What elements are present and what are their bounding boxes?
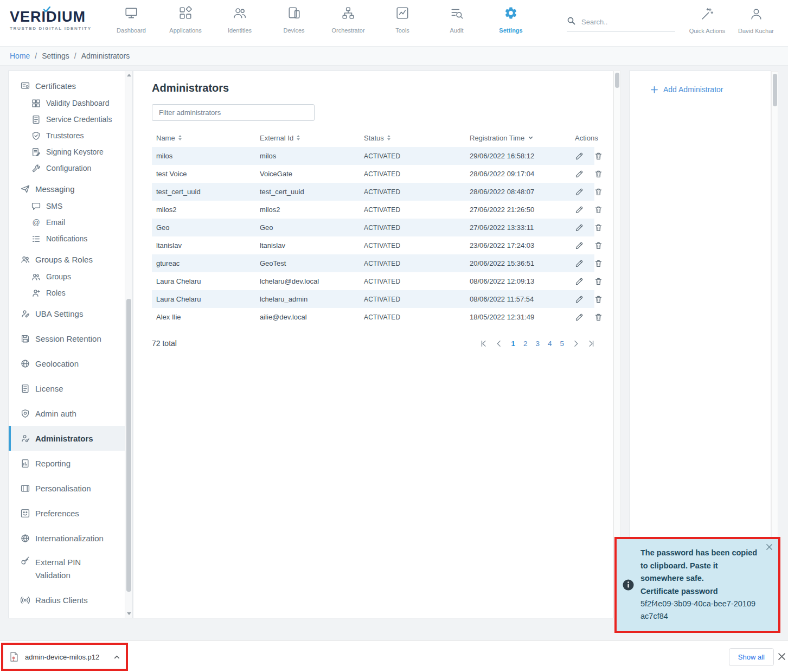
delete-button[interactable]	[594, 241, 603, 250]
search-input[interactable]	[580, 17, 669, 27]
sidebar-item-certificates[interactable]: Certificates	[9, 76, 132, 95]
sidebar-item-roles[interactable]: Roles	[9, 285, 132, 301]
delete-button[interactable]	[594, 151, 603, 161]
scrollbar-thumb[interactable]	[615, 73, 619, 88]
sidebar-item-geolocation[interactable]: Geolocation	[9, 351, 132, 376]
sidebar-item-notifications[interactable]: Notifications	[9, 231, 132, 247]
nav-item-tools[interactable]: Tools	[375, 6, 430, 34]
sidebar-item-personalisation[interactable]: Personalisation	[9, 476, 132, 501]
orchestrator-icon	[341, 6, 355, 22]
nav-item-dashboard[interactable]: Dashboard	[104, 6, 158, 34]
edit-button[interactable]	[575, 277, 584, 286]
nav-item-orchestrator[interactable]: Orchestrator	[321, 6, 375, 34]
sidebar-item-internationalization[interactable]: Internationalization	[9, 526, 132, 551]
sidebar-item-signing-keystore[interactable]: Signing Keystore	[9, 144, 132, 160]
sidebar-item-configuration[interactable]: Configuration	[9, 160, 132, 176]
status-badge: ACTIVATED	[360, 219, 465, 236]
sidebar-item-uba-settings[interactable]: UBA Settings	[9, 301, 132, 326]
edit-button[interactable]	[575, 259, 584, 268]
delete-button[interactable]	[594, 205, 603, 214]
shelf-close-button[interactable]	[778, 653, 785, 662]
sidebar-item-reporting[interactable]: Reporting	[9, 451, 132, 476]
scrollbar-down-arrow[interactable]	[127, 612, 131, 615]
nav-item-audit[interactable]: Audit	[430, 6, 484, 34]
table-row: milos2 milos2 ACTIVATED 27/06/2022 21:26…	[152, 201, 594, 219]
sidebar-item-license[interactable]: License	[9, 376, 132, 401]
sidebar-scrollbar[interactable]	[125, 71, 132, 618]
sidebar-item-validity-dashboard[interactable]: Validity Dashboard	[9, 95, 132, 111]
column-header-status[interactable]: Status	[364, 134, 390, 142]
sidebar-item-sms[interactable]: SMS	[9, 198, 132, 214]
page-number[interactable]: 2	[523, 340, 528, 348]
edit-button[interactable]	[575, 205, 584, 214]
sidebar-item-groups[interactable]: Groups	[9, 268, 132, 285]
edit-button[interactable]	[575, 151, 584, 161]
nav-item-devices[interactable]: Devices	[267, 6, 321, 34]
quick-actions-button[interactable]: Quick Actions	[688, 7, 727, 34]
edit-button[interactable]	[575, 169, 584, 178]
veridium-logo[interactable]: VERIDIUM TRUSTED DIGITAL IDENTITY	[10, 10, 92, 31]
download-options-caret[interactable]	[113, 654, 120, 661]
edit-button[interactable]	[575, 187, 584, 196]
sidebar-item-radius-clients[interactable]: Radius Clients	[9, 587, 132, 612]
page-number[interactable]: 1	[511, 340, 515, 348]
delete-button[interactable]	[594, 277, 603, 286]
toast-close-button[interactable]	[765, 542, 773, 553]
sidebar-item-groups-roles[interactable]: Groups & Roles	[9, 250, 132, 268]
downloaded-file-chip[interactable]: admin-device-milos.p12	[1, 643, 128, 671]
page-number[interactable]: 5	[560, 340, 564, 348]
scrollbar-thumb[interactable]	[126, 299, 131, 592]
delete-button[interactable]	[594, 259, 603, 268]
show-all-downloads-button[interactable]: Show all	[729, 648, 774, 666]
sidebar-item-preferences[interactable]: Preferences	[9, 501, 132, 526]
column-header-registration-time[interactable]: Registration Time	[470, 134, 534, 142]
app-window: VERIDIUM TRUSTED DIGITAL IDENTITY Dashbo…	[0, 0, 788, 672]
cell-external-id: milos2	[255, 201, 360, 219]
close-icon	[766, 544, 772, 550]
user-menu[interactable]: David Kuchar	[735, 7, 777, 34]
next-page-button[interactable]	[572, 340, 579, 347]
delete-button[interactable]	[594, 223, 603, 232]
external-pin-key-icon	[21, 556, 30, 565]
primary-nav: Dashboard Applications Identities Device…	[104, 6, 538, 34]
scrollbar-thumb[interactable]	[773, 74, 777, 106]
column-header-external-id[interactable]: External Id	[260, 134, 300, 142]
sidebar-item-truststores[interactable]: Truststores	[9, 127, 132, 144]
edit-button[interactable]	[575, 241, 584, 250]
sidebar-item-external-pin-validation[interactable]: External PIN Validation	[9, 551, 132, 587]
first-page-button[interactable]	[481, 340, 488, 347]
filter-administrators-input[interactable]	[152, 104, 315, 121]
user-icon	[749, 7, 763, 23]
sidebar-item-service-credentials[interactable]: Service Credentials	[9, 111, 132, 127]
table-row: Laura Chelaru lchelaru@dev.local ACTIVAT…	[152, 272, 594, 290]
nav-item-applications[interactable]: Applications	[158, 6, 213, 34]
table-row: Laura Chelaru lchelaru_admin ACTIVATED 0…	[152, 290, 594, 308]
sidebar-item-admin-auth[interactable]: Admin auth	[9, 401, 132, 426]
sidebar-item-session-retention[interactable]: Session Retention	[9, 326, 132, 351]
nav-item-settings[interactable]: Settings	[484, 6, 538, 34]
edit-button[interactable]	[575, 295, 584, 304]
delete-button[interactable]	[594, 312, 603, 322]
cell-name: gtureac	[152, 254, 255, 272]
delete-button[interactable]	[594, 187, 603, 196]
breadcrumb-home[interactable]: Home	[10, 52, 30, 60]
previous-page-button[interactable]	[496, 340, 503, 347]
nav-item-identities[interactable]: Identities	[213, 6, 267, 34]
page-number[interactable]: 3	[535, 340, 540, 348]
pencil-icon	[575, 151, 584, 161]
sidebar-item-email[interactable]: @ Email	[9, 214, 132, 231]
edit-button[interactable]	[575, 312, 584, 322]
content-scrollbar[interactable]	[613, 71, 620, 618]
page-number[interactable]: 4	[548, 340, 552, 348]
sidebar-item-administrators[interactable]: Administrators	[9, 426, 132, 451]
edit-button[interactable]	[575, 223, 584, 232]
sidebar-item-messaging[interactable]: Messaging	[9, 180, 132, 198]
delete-button[interactable]	[594, 169, 603, 178]
add-administrator-button[interactable]: Add Administrator	[650, 85, 771, 94]
last-page-button[interactable]	[587, 340, 594, 347]
scrollbar-up-arrow[interactable]	[127, 74, 131, 76]
column-header-name[interactable]: Name	[156, 134, 182, 142]
column-header-actions: Actions	[575, 134, 598, 142]
breadcrumb-settings[interactable]: Settings	[42, 52, 69, 60]
delete-button[interactable]	[594, 295, 603, 304]
